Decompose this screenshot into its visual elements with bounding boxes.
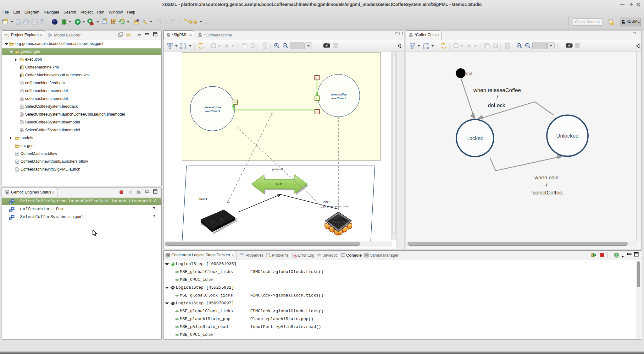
svg-text:releaseCoffee: releaseCoffee [204,106,221,109]
svg-text:doLock: doLock [488,102,505,108]
svg-text:/: / [546,182,547,188]
svg-text:CPU1: CPU1 [323,201,331,204]
svg-text:when coin: when coin [534,175,559,181]
svg-text:N: N [365,254,368,257]
svg-text:bus1: bus1 [276,182,283,186]
svg-text:platform1: platform1 [272,168,283,171]
svg-text:/: / [497,95,498,101]
svg-text:N: N [167,254,169,257]
svg-text:mem1: mem1 [198,197,207,201]
svg-text:execTime:1: execTime:1 [331,97,346,100]
svg-text:Unlocked: Unlocked [556,133,579,139]
svg-text:pA.3i: pA.3i [234,102,237,103]
svg-text:init: init [466,71,473,76]
svg-text:pA...: pA... [316,111,319,113]
svg-text:selectCoffee: selectCoffee [331,93,347,96]
svg-text:execTime:3: execTime:3 [205,110,220,113]
svg-text:pA...: pA... [315,77,318,79]
svg-text:when releaseCoffee: when releaseCoffee [473,87,521,93]
svg-text:!selectCoffee;: !selectCoffee; [531,190,564,196]
svg-text:NUUOLA: NUUOLA [332,220,345,224]
svg-text:Locked: Locked [466,135,484,141]
svg-text:pA...: pA... [316,98,319,99]
svg-text:N: N [6,191,8,194]
svg-text:6: 6 [271,112,273,115]
